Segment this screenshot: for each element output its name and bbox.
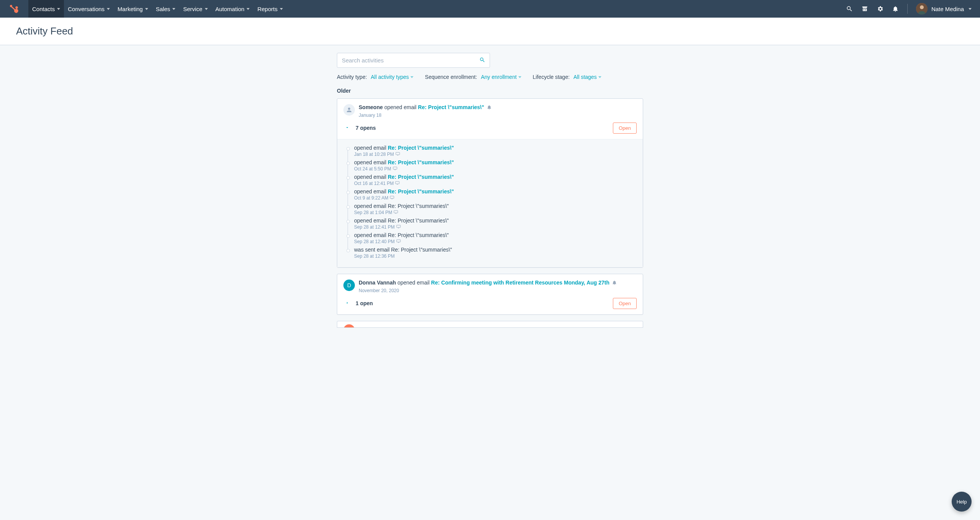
nav-item-conversations[interactable]: Conversations <box>64 0 114 18</box>
opens-count: 7 opens <box>356 125 376 131</box>
email-subject-link[interactable]: Re: Project \"summaries\" <box>388 188 454 195</box>
avatar: D <box>343 280 355 291</box>
monitor-icon <box>396 239 401 244</box>
nav-item-sales[interactable]: Sales <box>152 0 180 18</box>
gear-icon[interactable] <box>877 5 884 12</box>
svg-rect-13 <box>397 225 400 227</box>
activity-card-peek <box>337 321 643 328</box>
timeline-time: Sep 28 at 12:36 PM <box>354 253 636 259</box>
nav-item-automation[interactable]: Automation <box>212 0 254 18</box>
page-header: Activity Feed <box>0 18 980 45</box>
svg-rect-8 <box>397 184 398 185</box>
filter-label-lifecycle: Lifecycle stage: <box>533 74 570 80</box>
timeline-time: Oct 9 at 9:22 AM <box>354 195 636 201</box>
timeline-item: was sent email Re: Project \"summaries\"… <box>348 247 636 261</box>
user-name-label: Nate Medina <box>931 6 964 12</box>
email-subject-link[interactable]: Re: Project \"summaries\" <box>388 174 454 180</box>
svg-rect-16 <box>398 242 399 243</box>
activity-date: January 18 <box>359 113 492 118</box>
bell-icon[interactable] <box>892 5 899 12</box>
chevron-down-icon[interactable] <box>345 125 350 131</box>
activity-date: November 20, 2020 <box>359 288 617 293</box>
svg-rect-9 <box>390 196 394 198</box>
chevron-down-icon <box>145 8 148 10</box>
monitor-icon <box>395 181 400 186</box>
chevron-right-icon[interactable] <box>345 300 350 306</box>
filter-lifecycle[interactable]: All stages <box>573 74 601 80</box>
activity-card: Someone opened email Re: Project \"summa… <box>337 98 643 268</box>
svg-point-0 <box>15 7 18 9</box>
svg-rect-3 <box>396 152 400 155</box>
monitor-icon <box>394 210 398 215</box>
timeline-item: opened email Re: Project \"summaries\"Ja… <box>348 145 636 159</box>
timeline-time: Jan 18 at 10:28 PM <box>354 152 636 157</box>
email-subject-link[interactable]: Re: Project \"summaries\" <box>388 145 454 151</box>
timeline-item: opened email Re: Project \"summaries\"Se… <box>348 203 636 217</box>
filter-activity-type[interactable]: All activity types <box>371 74 413 80</box>
top-nav: ContactsConversationsMarketingSalesServi… <box>0 0 980 18</box>
section-label: Older <box>337 88 643 94</box>
avatar <box>343 324 355 328</box>
monitor-icon <box>390 195 394 201</box>
marketplace-icon[interactable] <box>861 5 868 12</box>
svg-rect-5 <box>393 167 397 169</box>
nav-item-reports[interactable]: Reports <box>253 0 287 18</box>
search-input[interactable] <box>337 53 490 68</box>
svg-rect-10 <box>392 199 393 199</box>
svg-rect-12 <box>395 213 397 214</box>
chevron-down-icon <box>410 76 413 78</box>
svg-rect-7 <box>395 182 399 184</box>
bell-icon[interactable] <box>487 105 492 111</box>
monitor-icon <box>393 166 397 172</box>
hubspot-logo[interactable] <box>0 0 28 18</box>
filter-sequence[interactable]: Any enrollment <box>481 74 521 80</box>
email-subject-link[interactable]: Re: Project \"summaries\" <box>418 104 484 110</box>
email-subject-link[interactable]: Re: Project \"summaries\" <box>388 159 454 165</box>
svg-rect-4 <box>397 155 399 155</box>
chevron-down-icon <box>107 8 110 10</box>
timeline-item: opened email Re: Project \"summaries\"Oc… <box>348 188 636 203</box>
chevron-down-icon <box>598 76 601 78</box>
bell-icon[interactable] <box>612 280 617 286</box>
svg-rect-11 <box>394 211 398 213</box>
open-button[interactable]: Open <box>613 298 637 309</box>
svg-rect-15 <box>397 240 400 242</box>
nav-item-service[interactable]: Service <box>179 0 211 18</box>
monitor-icon <box>395 152 400 157</box>
filter-bar: Activity type: All activity types Sequen… <box>337 74 643 80</box>
chevron-down-icon <box>969 8 972 10</box>
timeline-item: opened email Re: Project \"summaries\"Oc… <box>348 159 636 174</box>
chevron-down-icon <box>172 8 175 10</box>
timeline-time: Sep 28 at 1:04 PM <box>354 210 636 215</box>
chevron-down-icon <box>205 8 208 10</box>
activity-card: DDonna Vannah opened email Re: Confirmin… <box>337 274 643 315</box>
timeline-time: Sep 28 at 12:41 PM <box>354 224 636 230</box>
user-menu[interactable]: Nate Medina <box>916 3 972 15</box>
search-icon[interactable] <box>846 5 853 12</box>
avatar <box>343 104 355 116</box>
timeline-time: Sep 28 at 12:40 PM <box>354 239 636 244</box>
nav-item-marketing[interactable]: Marketing <box>114 0 152 18</box>
avatar <box>916 3 928 15</box>
filter-label-sequence: Sequence enrollment: <box>425 74 477 80</box>
activity-title: Donna Vannah opened email Re: Confirming… <box>359 280 617 286</box>
svg-point-2 <box>920 5 924 9</box>
timeline-item: opened email Re: Project \"summaries\"Se… <box>348 217 636 232</box>
chevron-down-icon <box>247 8 250 10</box>
monitor-icon <box>396 224 401 230</box>
chevron-down-icon <box>518 76 521 78</box>
timeline-item: opened email Re: Project \"summaries\"Oc… <box>348 174 636 188</box>
page-title: Activity Feed <box>16 25 964 37</box>
timeline-time: Oct 24 at 5:50 PM <box>354 166 636 172</box>
opens-count: 1 open <box>356 300 373 306</box>
svg-rect-6 <box>394 170 395 170</box>
email-subject-link[interactable]: Re: Confirming meeting with Retirement R… <box>431 280 609 286</box>
search-icon[interactable] <box>479 57 485 64</box>
chevron-down-icon <box>280 8 283 10</box>
timeline: opened email Re: Project \"summaries\"Ja… <box>337 139 643 267</box>
nav-divider <box>907 4 908 14</box>
filter-label-activity-type: Activity type: <box>337 74 367 80</box>
open-button[interactable]: Open <box>613 123 637 134</box>
nav-item-contacts[interactable]: Contacts <box>28 0 64 18</box>
activity-title: Someone opened email Re: Project \"summa… <box>359 104 492 111</box>
